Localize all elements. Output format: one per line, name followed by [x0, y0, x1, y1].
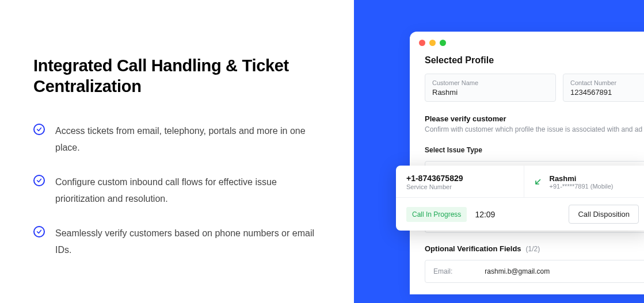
- call-card-top: +1-8743675829 Service Number Rashmi +91-…: [396, 166, 644, 198]
- call-timer: 12:09: [475, 210, 561, 219]
- verify-customer-desc: Confirm with customer which profile the …: [425, 125, 644, 133]
- feature-text: Access tickets from email, telephony, po…: [55, 122, 321, 156]
- page-heading: Integrated Call Handling & Ticket Centra…: [33, 55, 321, 97]
- feature-list: Access tickets from email, telephony, po…: [33, 122, 321, 259]
- profile-fields-row: Customer Name Rashmi Contact Number 1234…: [425, 74, 644, 102]
- check-circle-icon: [33, 175, 45, 186]
- window-controls: [410, 32, 644, 52]
- hero-right-panel: Selected Profile Customer Name Rashmi Co…: [354, 0, 644, 303]
- customer-name-label: Customer Name: [432, 79, 548, 86]
- contact-number-field[interactable]: Contact Number 1234567891: [563, 74, 644, 102]
- email-value: rashmi.b@gmail.com: [485, 267, 550, 275]
- app-window: Selected Profile Customer Name Rashmi Co…: [410, 32, 644, 294]
- customer-name-value: Rashmi: [432, 88, 548, 97]
- check-circle-icon: [33, 226, 45, 237]
- call-contact-info: Rashmi +91-*****7891 (Mobile): [524, 166, 645, 197]
- window-maximize-icon[interactable]: [440, 40, 446, 46]
- email-label: Email:: [433, 267, 452, 275]
- call-status-badge: Call In Progress: [406, 207, 467, 222]
- contact-number-value: 1234567891: [570, 88, 644, 97]
- contact-number-masked: +91-*****7891 (Mobile): [550, 183, 613, 190]
- feature-text: Seamlessly verify customers based on pho…: [55, 225, 321, 259]
- call-overlay-card: +1-8743675829 Service Number Rashmi +91-…: [396, 166, 644, 231]
- feature-item: Seamlessly verify customers based on pho…: [33, 225, 321, 259]
- selected-profile-title: Selected Profile: [425, 55, 644, 66]
- call-card-bottom: Call In Progress 12:09 Call Disposition: [396, 198, 644, 231]
- email-verification-field[interactable]: Email: rashmi.b@gmail.com: [425, 260, 644, 283]
- optional-fields-title: Optional Verification Fields: [425, 244, 521, 253]
- customer-name-field[interactable]: Customer Name Rashmi: [425, 74, 556, 102]
- call-service-info: +1-8743675829 Service Number: [396, 166, 524, 197]
- feature-text: Configure custom inbound call flows for …: [55, 174, 321, 208]
- select-issue-label: Select Issue Type: [425, 146, 644, 154]
- feature-item: Configure custom inbound call flows for …: [33, 174, 321, 208]
- incoming-call-icon: [532, 177, 543, 187]
- check-circle-icon: [33, 124, 45, 135]
- marketing-left-panel: Integrated Call Handling & Ticket Centra…: [0, 0, 354, 303]
- window-close-icon[interactable]: [419, 40, 425, 46]
- feature-item: Access tickets from email, telephony, po…: [33, 122, 321, 156]
- service-number-label: Service Number: [406, 183, 513, 190]
- window-minimize-icon[interactable]: [429, 40, 436, 46]
- optional-fields-count: (1/2): [526, 245, 540, 253]
- service-number: +1-8743675829: [406, 174, 513, 183]
- contact-name: Rashmi: [550, 174, 613, 183]
- verify-customer-title: Please verify customer: [425, 114, 644, 123]
- call-disposition-button[interactable]: Call Disposition: [569, 205, 639, 224]
- contact-number-label: Contact Number: [570, 79, 644, 86]
- optional-fields-header: Optional Verification Fields (1/2): [425, 244, 644, 253]
